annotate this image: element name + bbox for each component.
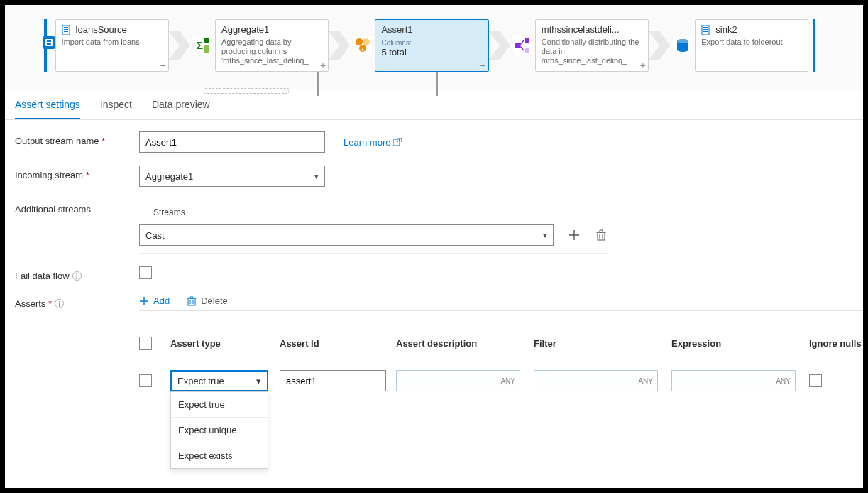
streams-sublabel: Streams bbox=[153, 207, 608, 217]
node-desc: Aggregating data by producing columns 'm… bbox=[221, 38, 322, 66]
node-title: Assert1 bbox=[381, 24, 412, 35]
conditional-split-icon bbox=[513, 36, 532, 55]
columns-label: Columns: bbox=[381, 39, 482, 47]
col-assert-desc: Assert description bbox=[396, 338, 531, 349]
dropdown-option[interactable]: Expect unique bbox=[171, 418, 268, 443]
expression-input[interactable]: ANY bbox=[671, 370, 796, 391]
dropdown-option[interactable]: Expect true bbox=[171, 392, 268, 418]
fail-dataflow-checkbox[interactable] bbox=[139, 266, 152, 279]
col-filter: Filter bbox=[534, 338, 669, 349]
add-stream-button[interactable] bbox=[568, 229, 581, 242]
output-stream-input[interactable] bbox=[139, 131, 325, 153]
connector-line bbox=[317, 72, 319, 96]
label-output-stream: Output stream name * bbox=[15, 131, 139, 146]
additional-stream-select[interactable]: Cast ▾ bbox=[139, 224, 554, 246]
col-assert-id: Assert Id bbox=[280, 338, 393, 349]
row-checkbox[interactable] bbox=[139, 374, 152, 387]
dataflow-canvas: loansSource Import data from loans + Σ A… bbox=[5, 5, 863, 90]
flow-arrow bbox=[329, 19, 350, 72]
assert-description-input[interactable]: ANY bbox=[396, 370, 520, 391]
svg-rect-23 bbox=[393, 139, 400, 146]
node-title: Aggregate1 bbox=[221, 24, 269, 35]
node-aggregate1[interactable]: Aggregate1 Aggregating data by producing… bbox=[215, 19, 329, 72]
right-rail bbox=[813, 19, 824, 72]
filter-input[interactable]: ANY bbox=[534, 370, 658, 391]
svg-rect-16 bbox=[525, 48, 529, 53]
file-icon bbox=[701, 25, 711, 35]
svg-rect-5 bbox=[64, 29, 68, 30]
add-branch-button[interactable]: + bbox=[480, 60, 485, 71]
node-desc: Conditionally distributing the data in m… bbox=[542, 38, 642, 66]
flow-arrow bbox=[169, 19, 190, 72]
node-title: sink2 bbox=[715, 24, 737, 35]
col-assert-type: Assert type bbox=[170, 338, 277, 349]
tab-inspect[interactable]: Inspect bbox=[100, 99, 132, 119]
label-incoming-stream: Incoming stream * bbox=[15, 166, 139, 180]
svg-point-11 bbox=[356, 38, 363, 45]
external-link-icon bbox=[393, 138, 402, 146]
col-ignore-nulls: Ignore nulls bbox=[809, 338, 866, 349]
add-branch-button[interactable]: + bbox=[160, 60, 166, 71]
svg-point-18 bbox=[677, 39, 688, 43]
columns-count: 5 total bbox=[381, 47, 482, 58]
assert-type-dropdown: Expect true Expect unique Expect exists bbox=[170, 391, 268, 469]
assert-row: Expect true ▾ Expect true Expect unique … bbox=[139, 357, 866, 399]
flow-arrow bbox=[649, 19, 670, 72]
svg-rect-21 bbox=[703, 29, 708, 30]
info-icon[interactable]: i bbox=[55, 299, 64, 308]
select-all-checkbox[interactable] bbox=[139, 337, 152, 350]
svg-text:Σ: Σ bbox=[197, 39, 203, 51]
svg-rect-22 bbox=[703, 31, 708, 32]
tab-data-preview[interactable]: Data preview bbox=[152, 99, 210, 119]
node-assert1[interactable]: Assert1 Columns: 5 total + bbox=[375, 19, 488, 72]
label-fail-data-flow: Fail data flowi bbox=[15, 266, 139, 281]
file-icon bbox=[62, 25, 72, 35]
flow-arrow bbox=[489, 19, 510, 72]
aggregate-icon: Σ bbox=[193, 36, 212, 55]
label-asserts: Asserts *i bbox=[15, 294, 139, 309]
svg-rect-6 bbox=[64, 31, 68, 32]
svg-rect-25 bbox=[188, 298, 195, 305]
col-expression: Expression bbox=[671, 338, 806, 349]
chevron-down-icon: ▾ bbox=[314, 172, 319, 181]
chevron-down-icon: ▾ bbox=[256, 376, 261, 386]
info-icon[interactable]: i bbox=[72, 271, 82, 281]
node-conditional-split[interactable]: mthssincelastdeli... Conditionally distr… bbox=[535, 19, 649, 72]
tab-assert-settings[interactable]: Assert settings bbox=[15, 99, 80, 119]
label-additional-streams: Additional streams bbox=[15, 200, 139, 215]
svg-point-12 bbox=[363, 38, 370, 45]
learn-more-link[interactable]: Learn more bbox=[344, 137, 402, 148]
settings-tabs: Assert settings Inspect Data preview bbox=[5, 90, 863, 120]
svg-rect-24 bbox=[598, 232, 605, 240]
assert-id-input[interactable] bbox=[280, 370, 386, 391]
add-assert-button[interactable]: Add bbox=[139, 296, 170, 306]
node-title: mthssincelastdeli... bbox=[542, 24, 620, 35]
left-rail bbox=[44, 19, 55, 72]
sink-icon bbox=[673, 36, 692, 55]
node-desc: Export data to folderout bbox=[701, 38, 802, 47]
node-sink2[interactable]: sink2 Export data to folderout bbox=[695, 19, 808, 72]
ghost-node bbox=[204, 88, 289, 94]
svg-rect-4 bbox=[64, 27, 68, 28]
node-loanssource[interactable]: loansSource Import data from loans + bbox=[55, 19, 169, 72]
delete-stream-button[interactable] bbox=[595, 229, 608, 242]
svg-rect-2 bbox=[47, 43, 51, 45]
svg-rect-14 bbox=[515, 43, 520, 48]
source-rail-icon bbox=[43, 36, 55, 49]
svg-rect-15 bbox=[525, 38, 529, 43]
incoming-stream-select[interactable]: Aggregate1 ▾ bbox=[139, 166, 325, 187]
add-branch-button[interactable]: + bbox=[320, 60, 326, 71]
assert-type-select[interactable]: Expect true ▾ bbox=[170, 370, 268, 391]
svg-rect-9 bbox=[204, 38, 209, 43]
svg-rect-0 bbox=[45, 39, 53, 46]
node-title: loansSource bbox=[76, 24, 127, 35]
delete-assert-button[interactable]: Delete bbox=[187, 296, 228, 306]
svg-rect-20 bbox=[703, 27, 708, 28]
assert-icon bbox=[353, 36, 372, 55]
dropdown-option[interactable]: Expect exists bbox=[171, 443, 268, 468]
add-branch-button[interactable]: + bbox=[640, 60, 646, 71]
svg-rect-1 bbox=[47, 40, 51, 42]
chevron-down-icon: ▾ bbox=[543, 231, 547, 240]
node-desc: Import data from loans bbox=[62, 38, 163, 47]
ignore-nulls-checkbox[interactable] bbox=[809, 374, 822, 387]
